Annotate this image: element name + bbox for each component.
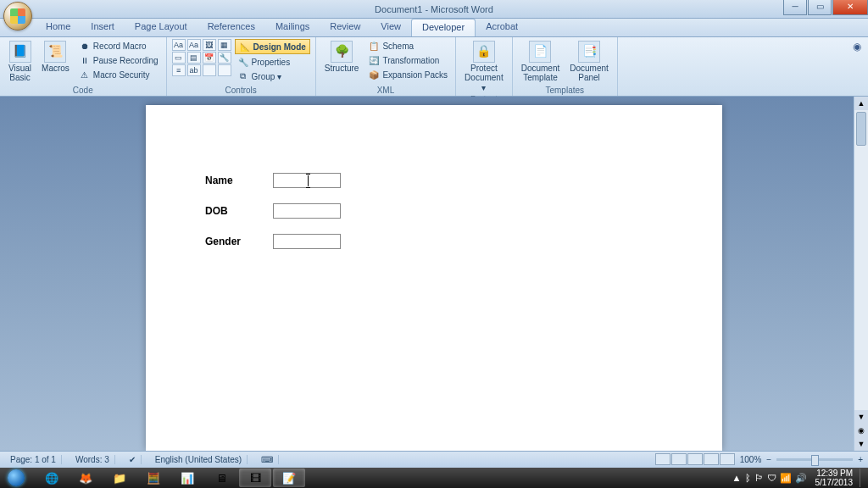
titlebar: Document1 - Microsoft Word ─ ▭ ✕	[0, 0, 868, 19]
expansion-packs-button[interactable]: 📦Expansion Packs	[365, 68, 450, 81]
zoom-slider[interactable]	[776, 458, 853, 461]
tab-view[interactable]: View	[370, 19, 411, 36]
language-status[interactable]: English (United States)	[150, 455, 248, 464]
document-page[interactable]: Name DOB Gender	[146, 105, 722, 451]
group-controls: AaAa🖼▦ ▭▤📅🔧 ≡ab 📐Design Mode 🔧Properties…	[167, 37, 316, 96]
macros-button[interactable]: 📜Macros	[38, 39, 73, 85]
group-label-templates: Templates	[518, 85, 612, 96]
tab-developer[interactable]: Developer	[411, 19, 476, 36]
design-mode-button[interactable]: 📐Design Mode	[235, 39, 310, 54]
taskbar: 🌐 🦊 📁 🧮 📊 🖥 🎞 📝 ▲ᛒ🏳🛡📶🔊 12:39 PM 5/17/201…	[0, 468, 868, 488]
insert-mode-icon[interactable]: ⌨	[256, 455, 279, 464]
maximize-button[interactable]: ▭	[808, 0, 832, 15]
zoom-level[interactable]: 100%	[740, 455, 762, 464]
zoom-out-button[interactable]: −	[766, 455, 771, 464]
tray-shield-icon[interactable]: 🛡	[767, 473, 776, 483]
office-button[interactable]	[3, 2, 32, 30]
taskbar-chrome-icon[interactable]: 🌐	[36, 469, 68, 487]
show-desktop-button[interactable]	[860, 469, 865, 487]
taskbar-firefox-icon[interactable]: 🦊	[70, 469, 102, 487]
transformation-button[interactable]: 🔄Transformation	[365, 53, 450, 67]
group-code: 📘Visual Basic 📜Macros ⏺Record Macro ⏸Pau…	[0, 37, 167, 96]
ribbon-tabs: Home Insert Page Layout References Maili…	[0, 19, 868, 37]
help-button[interactable]: ◉	[846, 37, 868, 56]
tab-home[interactable]: Home	[36, 19, 81, 36]
protect-document-button[interactable]: 🔒Protect Document ▾	[461, 39, 507, 94]
minimize-button[interactable]: ─	[783, 0, 807, 15]
view-buttons[interactable]	[654, 453, 735, 467]
document-template-button[interactable]: 📄Document Template	[518, 39, 564, 85]
name-field[interactable]	[273, 173, 341, 188]
zoom-in-button[interactable]: +	[858, 455, 863, 464]
taskbar-excel-icon[interactable]: 📊	[171, 469, 203, 487]
pause-icon: ⏸	[79, 54, 91, 66]
record-icon: ⏺	[79, 40, 91, 52]
control-gallery-row3[interactable]: ≡ab	[172, 64, 231, 76]
start-button[interactable]	[0, 468, 32, 488]
taskbar-app1-icon[interactable]: 🧮	[137, 469, 170, 487]
document-workspace: Name DOB Gender ▲ ▼ ◉ ▼	[0, 97, 868, 451]
group-xml: 🌳Structure 📋Schema 🔄Transformation 📦Expa…	[316, 37, 456, 96]
tray-flag-icon[interactable]: 🏳	[754, 473, 764, 483]
group-button[interactable]: ⧉Group ▾	[235, 69, 310, 83]
word-count[interactable]: Words: 3	[70, 455, 115, 464]
dob-field[interactable]	[273, 203, 341, 219]
taskbar-explorer-icon[interactable]: 📁	[103, 469, 136, 487]
group-protect: 🔒Protect Document ▾ Protect	[456, 37, 513, 96]
window-title: Document1 - Microsoft Word	[375, 4, 493, 14]
tray-up-icon[interactable]: ▲	[732, 473, 742, 483]
structure-button[interactable]: 🌳Structure	[321, 39, 363, 85]
scroll-up-icon[interactable]: ▲	[854, 97, 868, 110]
tray-icons[interactable]: ▲ᛒ🏳🛡📶🔊	[731, 473, 809, 484]
properties-button[interactable]: 🔧Properties	[235, 55, 310, 69]
system-clock[interactable]: 12:39 PM 5/17/2013	[815, 469, 854, 487]
group-label-code: Code	[5, 85, 161, 96]
vertical-scrollbar[interactable]: ▲ ▼ ◉ ▼	[854, 97, 868, 451]
taskbar-app2-icon[interactable]: 🖥	[205, 469, 237, 487]
expansion-icon: 📦	[368, 69, 380, 80]
close-button[interactable]: ✕	[832, 0, 868, 15]
scrollbar-thumb[interactable]	[856, 112, 866, 146]
statusbar: Page: 1 of 1 Words: 3 ✔ English (United …	[0, 451, 868, 468]
control-gallery-row2[interactable]: ▭▤📅🔧	[172, 52, 231, 64]
tab-mailings[interactable]: Mailings	[265, 19, 320, 36]
tab-insert[interactable]: Insert	[81, 19, 125, 36]
group-label-xml: XML	[321, 85, 450, 96]
browse-prev-icon[interactable]: ◉	[854, 424, 868, 437]
taskbar-word-icon[interactable]: 📝	[273, 469, 305, 487]
properties-icon: 🔧	[237, 56, 249, 68]
taskbar-media-icon[interactable]: 🎞	[239, 469, 271, 487]
tab-review[interactable]: Review	[320, 19, 370, 36]
tab-acrobat[interactable]: Acrobat	[476, 19, 528, 36]
schema-icon: 📋	[368, 40, 380, 52]
record-macro-button[interactable]: ⏺Record Macro	[76, 39, 161, 53]
tray-volume-icon[interactable]: 🔊	[795, 473, 807, 483]
warning-icon: ⚠	[79, 69, 91, 80]
scroll-down-icon[interactable]: ▼	[854, 410, 868, 424]
ribbon: 📘Visual Basic 📜Macros ⏺Record Macro ⏸Pau…	[0, 37, 868, 97]
gender-label: Gender	[205, 236, 273, 247]
macro-security-button[interactable]: ⚠Macro Security	[76, 68, 161, 81]
group-icon: ⧉	[237, 70, 249, 82]
design-icon: 📐	[239, 41, 251, 53]
group-label-controls: Controls	[172, 85, 310, 96]
control-gallery-row1[interactable]: AaAa🖼▦	[172, 39, 231, 51]
proofing-icon[interactable]: ✔	[124, 455, 142, 464]
tray-network-icon[interactable]: 📶	[780, 473, 792, 483]
name-label: Name	[205, 175, 273, 186]
dob-label: DOB	[205, 205, 273, 217]
page-status[interactable]: Page: 1 of 1	[5, 455, 62, 464]
browse-next-icon[interactable]: ▼	[854, 437, 868, 451]
document-panel-button[interactable]: 📑Document Panel	[566, 39, 612, 85]
text-cursor-icon	[308, 175, 309, 186]
schema-button[interactable]: 📋Schema	[365, 39, 450, 53]
tab-references[interactable]: References	[198, 19, 265, 36]
group-templates: 📄Document Template 📑Document Panel Templ…	[513, 37, 618, 96]
pause-recording-button[interactable]: ⏸Pause Recording	[76, 53, 161, 67]
gender-field[interactable]	[273, 234, 341, 249]
tray-bt-icon[interactable]: ᛒ	[745, 473, 751, 483]
visual-basic-button[interactable]: 📘Visual Basic	[5, 39, 35, 85]
tab-page-layout[interactable]: Page Layout	[125, 19, 198, 36]
transform-icon: 🔄	[368, 54, 380, 66]
